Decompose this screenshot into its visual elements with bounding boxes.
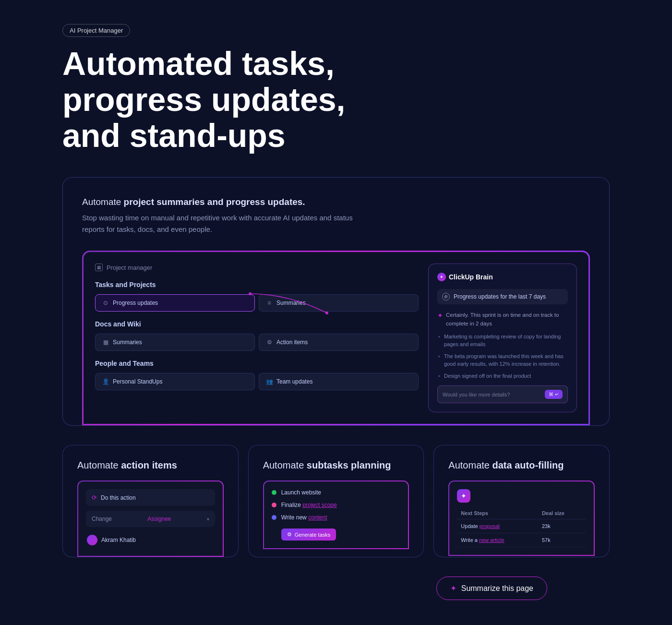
summarize-sparkle-icon: ✦	[450, 584, 456, 593]
team-icon: 👥	[266, 378, 273, 385]
dropdown-value: Assignee	[147, 516, 171, 522]
brain-input-bar[interactable]: Would you like more details? ⌘ ↵	[437, 385, 568, 403]
section-tasks-label: Tasks and Projects	[95, 281, 419, 288]
summaries-icon: ≡	[266, 300, 273, 306]
summarize-label: Summarize this page	[461, 584, 533, 593]
brain-header: ✦ ClickUp Brain	[437, 273, 568, 281]
dropdown-arrow-icon: ▾	[207, 517, 209, 522]
action-items-title: Automate action items	[77, 460, 224, 471]
dropdown-label: Change	[92, 516, 112, 522]
team-updates-btn[interactable]: 👥 Team updates	[259, 373, 419, 390]
autofill-link-1: proposal	[480, 523, 500, 529]
table-cell-1-1: Update proposal	[457, 519, 538, 533]
sparkle-icon: ✦	[437, 312, 443, 319]
table-cell-1-2: 23k	[538, 519, 586, 533]
autofill-card: Automate data auto-filling ✦ Next Steps …	[433, 445, 610, 557]
main-feature-card: Automate project summaries and progress …	[62, 177, 610, 426]
subtask-link-3: content	[308, 514, 327, 521]
action-mockup-inner: ⟳ Do this action Change Assignee ▾ Akram…	[78, 481, 223, 556]
subtask-dot-1	[272, 490, 276, 495]
brain-input-placeholder: Would you like more details?	[443, 392, 541, 397]
brain-answer: ✦ Certainly. This sprint is on time and …	[437, 311, 568, 380]
table-cell-2-1: Write a new article	[457, 533, 538, 547]
docs-button-grid: ▦ Summaries ⚙ Action items	[95, 334, 419, 351]
brain-intro: ✦ Certainly. This sprint is on time and …	[437, 311, 568, 328]
subtask-text-2: Finalize project scope	[281, 502, 337, 508]
brain-panel: ✦ ClickUp Brain ⏱ Progress updates for t…	[428, 264, 577, 412]
subtask-3: Write new content	[272, 514, 401, 521]
bullet-3: Design signed off on the final product	[437, 372, 568, 380]
doc-icon: ▦	[102, 339, 109, 346]
left-panel: ▦ Project manager Tasks and Projects ⊙ P…	[95, 264, 419, 412]
person-icon: 👤	[102, 378, 109, 385]
col-header-2: Deal size	[538, 507, 586, 519]
generate-btn[interactable]: ⚙ Generate tasks	[281, 529, 336, 541]
progress-icon: ⊙	[102, 300, 109, 306]
dropdown-row[interactable]: Change Assignee ▾	[86, 511, 215, 527]
brain-query-text: Progress updates for the last 7 days	[454, 293, 546, 300]
bullet-1: Marketing is completing review of copy f…	[437, 333, 568, 349]
autofill-table: Next Steps Deal size Update proposal 23k…	[457, 507, 586, 547]
summaries-btn-docs[interactable]: ▦ Summaries	[95, 334, 255, 351]
subtasks-card: Automate subtasks planning Launch websit…	[248, 445, 424, 557]
subtask-dot-3	[272, 515, 276, 520]
mockup-container: ▦ Project manager Tasks and Projects ⊙ P…	[82, 251, 590, 425]
table-cell-2-2: 57k	[538, 533, 586, 547]
subtasks-mockup-inner: Launch website Finalize project scope Wr…	[264, 481, 408, 548]
progress-updates-btn[interactable]: ⊙ Progress updates	[95, 294, 255, 312]
main-card-description: Automate project summaries and progress …	[82, 197, 590, 235]
panel-header-title: Project manager	[107, 264, 152, 271]
summaries-btn-tasks[interactable]: ≡ Summaries	[259, 294, 419, 312]
action-icon: ⚙	[266, 339, 273, 346]
hero-title: Automated tasks, progress updates, and s…	[62, 46, 398, 153]
brain-title: ClickUp Brain	[449, 273, 493, 281]
section-people-label: People and Teams	[95, 360, 419, 367]
panel-header-icon: ▦	[95, 264, 103, 271]
subtask-text-3: Write new content	[281, 514, 327, 521]
subtask-text-1: Launch website	[281, 489, 321, 496]
main-card-heading: Automate project summaries and progress …	[82, 197, 590, 207]
people-button-grid: 👤 Personal StandUps 👥 Team updates	[95, 373, 419, 390]
panel-header: ▦ Project manager	[95, 264, 419, 271]
generate-label: Generate tasks	[295, 532, 331, 538]
action-label: Do this action	[101, 494, 136, 501]
table-row-1: Update proposal 23k	[457, 519, 586, 533]
clock-icon: ⏱	[442, 293, 450, 300]
subtask-2: Finalize project scope	[272, 502, 401, 508]
action-row-icon: ⟳	[92, 494, 97, 501]
autofill-mockup-inner: ✦ Next Steps Deal size Update proposal 2…	[449, 481, 594, 555]
main-card-body: Stop wasting time on manual and repetiti…	[82, 212, 360, 235]
brain-intro-text: Certainly. This sprint is on time and on…	[446, 311, 568, 328]
summarize-button[interactable]: ✦ Summarize this page	[436, 577, 547, 600]
user-avatar	[87, 535, 97, 545]
action-items-btn[interactable]: ⚙ Action items	[259, 334, 419, 351]
mockup-inner: ▦ Project manager Tasks and Projects ⊙ P…	[84, 252, 588, 424]
bullet-2: The beta program was launched this week …	[437, 352, 568, 368]
brain-query: ⏱ Progress updates for the last 7 days	[437, 289, 568, 304]
brain-submit-btn[interactable]: ⌘ ↵	[545, 390, 563, 399]
autofill-title: Automate data auto-filling	[448, 460, 595, 471]
personal-standups-btn[interactable]: 👤 Personal StandUps	[95, 373, 255, 390]
autofill-link-2: new article	[479, 537, 504, 543]
action-mockup: ⟳ Do this action Change Assignee ▾ Akram…	[77, 481, 224, 557]
brain-bullets: Marketing is completing review of copy f…	[437, 333, 568, 380]
generate-icon: ⚙	[287, 531, 292, 538]
subtask-1: Launch website	[272, 489, 401, 496]
action-items-card: Automate action items ⟳ Do this action C…	[62, 445, 239, 557]
subtask-dot-2	[272, 503, 276, 507]
bottom-cards-grid: Automate action items ⟳ Do this action C…	[62, 445, 610, 557]
action-row: ⟳ Do this action	[86, 489, 215, 506]
summarize-btn-wrapper: ✦ Summarize this page	[62, 577, 610, 600]
autofill-mockup: ✦ Next Steps Deal size Update proposal 2…	[448, 481, 595, 556]
subtasks-title: Automate subtasks planning	[263, 460, 409, 471]
section-docs-label: Docs and Wiki	[95, 320, 419, 328]
table-row-2: Write a new article 57k	[457, 533, 586, 547]
tasks-button-grid: ⊙ Progress updates ≡ Summaries	[95, 294, 419, 312]
subtasks-mockup: Launch website Finalize project scope Wr…	[263, 481, 409, 549]
user-row: Akram Khatib	[86, 532, 215, 548]
autofill-badge-icon: ✦	[457, 489, 470, 503]
col-header-1: Next Steps	[457, 507, 538, 519]
subtask-link-2: project scope	[302, 502, 336, 508]
brain-logo-icon: ✦	[437, 273, 446, 281]
ai-badge: AI Project Manager	[62, 24, 130, 37]
